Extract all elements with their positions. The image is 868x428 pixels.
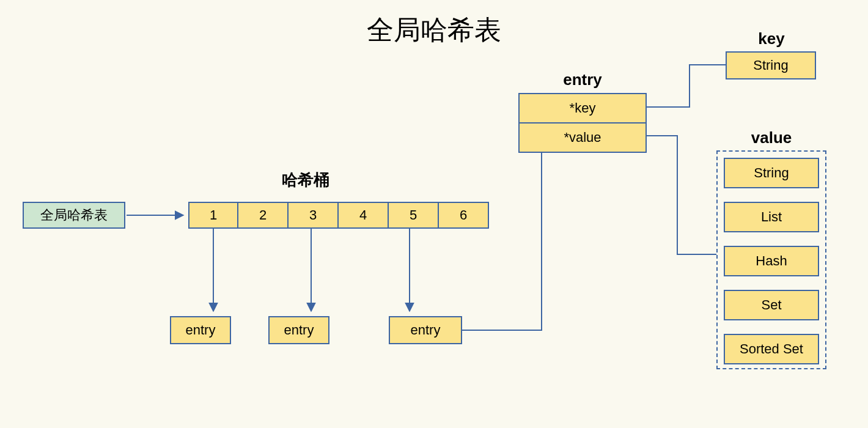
bucket-row: 1 2 3 4 5 6 bbox=[188, 202, 489, 229]
bucket-cell-5: 5 bbox=[389, 202, 439, 229]
value-type-hash: Hash bbox=[724, 246, 819, 276]
entry-node-1: entry bbox=[170, 316, 231, 344]
bucket-cell-1: 1 bbox=[188, 202, 238, 229]
entry-key-field: *key bbox=[520, 94, 645, 122]
bucket-cell-3: 3 bbox=[289, 202, 339, 229]
value-type-list: List bbox=[724, 202, 819, 232]
entry-value-field: *value bbox=[520, 122, 645, 152]
entry-node-5: entry bbox=[389, 316, 462, 344]
diagram-title: 全局哈希表 bbox=[0, 12, 868, 48]
value-type-string: String bbox=[724, 158, 819, 188]
entry-struct-heading: entry bbox=[552, 70, 613, 89]
value-type-group: String List Hash Set Sorted Set bbox=[716, 150, 826, 369]
entry-struct: *key *value bbox=[518, 93, 647, 153]
bucket-cell-6: 6 bbox=[439, 202, 489, 229]
value-type-set: Set bbox=[724, 290, 819, 320]
global-hash-box: 全局哈希表 bbox=[23, 202, 125, 229]
entry-node-3: entry bbox=[268, 316, 329, 344]
key-type-box: String bbox=[726, 51, 816, 79]
value-heading: value bbox=[747, 128, 796, 147]
bucket-heading: 哈希桶 bbox=[269, 169, 342, 191]
diagram-stage: { "title": "全局哈希表", "global_hash": { "la… bbox=[0, 0, 868, 428]
value-type-sortedset: Sorted Set bbox=[724, 334, 819, 364]
bucket-cell-2: 2 bbox=[238, 202, 289, 229]
bucket-cell-4: 4 bbox=[339, 202, 389, 229]
key-heading: key bbox=[747, 29, 796, 48]
